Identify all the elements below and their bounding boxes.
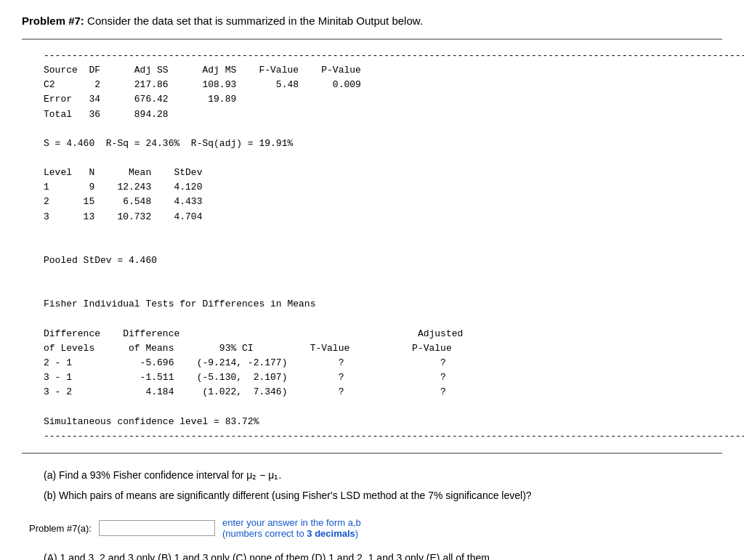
answer-hint-line1: enter your answer in the form a,b: [222, 517, 361, 528]
minitab-pre: ----------------------------------------…: [44, 49, 700, 444]
answer-hint-line2: (numbers correct to 3 decimals): [222, 528, 358, 539]
minitab-output: ----------------------------------------…: [22, 38, 722, 454]
problem-intro: Consider the data set that is summarized…: [87, 15, 423, 27]
problem-title: Problem #7:: [22, 15, 84, 27]
answer-input[interactable]: [99, 520, 215, 536]
questions-section: (a) Find a 93% Fisher confidence interva…: [22, 467, 722, 505]
question-a: (a) Find a 93% Fisher confidence interva…: [44, 467, 722, 484]
answer-row: Problem #7(a): enter your answer in the …: [22, 517, 722, 539]
problem-header: Problem #7: Consider the data set that i…: [22, 15, 722, 27]
answer-hint: enter your answer in the form a,b (numbe…: [222, 517, 361, 539]
question-b: (b) Which pairs of means are significant…: [44, 487, 722, 505]
multiple-choice-options: (A) 1 and 3, 2 and 3 only (B) 1 and 3 on…: [22, 549, 722, 560]
answer-label: Problem #7(a):: [29, 523, 92, 534]
mc-line-1: (A) 1 and 3, 2 and 3 only (B) 1 and 3 on…: [44, 549, 722, 560]
